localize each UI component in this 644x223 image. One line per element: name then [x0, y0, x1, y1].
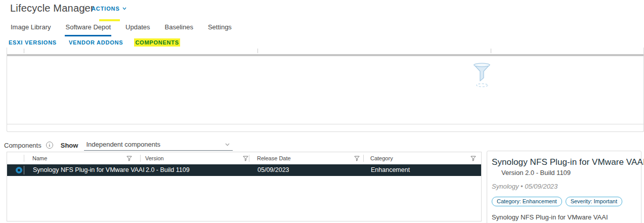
subtab-esxi-versions[interactable]: ESXI VERSIONS [8, 38, 58, 47]
components-table: Name Version Release Date Category Synol… [7, 152, 482, 221]
table-row-synology-nfs-plugin[interactable]: Synology NFS Plug-in for VMware VAAI 2.0… [7, 164, 481, 176]
column-separator [140, 155, 141, 162]
filter-icon[interactable] [243, 156, 248, 161]
details-badges: Category: Enhancement Severity: Importan… [492, 197, 636, 206]
tab-software-depot[interactable]: Software Depot [65, 22, 111, 36]
filter-icon[interactable] [126, 156, 132, 161]
column-header-version[interactable]: Version [145, 155, 164, 161]
subtab-components[interactable]: COMPONENTS [134, 38, 180, 47]
column-header-name[interactable]: Name [32, 155, 47, 161]
software-depot-subtabs: ESXI VERSIONS VENDOR ADDONS COMPONENTS [8, 38, 180, 47]
horizontal-scrollbar[interactable] [7, 54, 643, 56]
row-radio-selected[interactable] [16, 167, 22, 173]
search-highlight-artifact [99, 19, 120, 21]
details-vendor-date: Synology • 05/09/2023 [492, 183, 636, 190]
tab-baselines[interactable]: Baselines [164, 22, 194, 36]
column-separator [24, 49, 24, 53]
actions-menu-button[interactable]: ACTIONS [92, 6, 126, 12]
chevron-down-icon [122, 7, 126, 10]
info-icon[interactable]: i [46, 142, 53, 149]
tab-updates[interactable]: Updates [125, 22, 150, 36]
show-select-value: Independent components [86, 141, 160, 148]
tab-settings[interactable]: Settings [207, 22, 232, 36]
severity-badge: Severity: Important [566, 197, 622, 206]
components-label: Components [4, 142, 41, 149]
cell-release-date: 05/09/2023 [257, 166, 289, 173]
radio-dot [18, 169, 20, 171]
column-separator [363, 155, 364, 162]
details-version: Version 2.0 - Build 1109 [501, 169, 636, 176]
main-tabs: Image Library Software Depot Updates Bas… [10, 22, 232, 36]
filter-icon[interactable] [354, 156, 360, 161]
column-header-category[interactable]: Category [370, 155, 393, 161]
show-components-select[interactable]: Independent components [84, 140, 233, 151]
cell-category: Enhancement [371, 166, 410, 173]
title-divider [84, 5, 85, 13]
chevron-down-icon [225, 143, 230, 146]
component-details-card: Synology NFS Plug-in for VMware VAAI Ver… [487, 151, 641, 223]
filter-icon[interactable] [470, 156, 476, 161]
cell-version: 2.0 - Build 1109 [146, 166, 190, 173]
details-description: Synology NFS Plug-in for VMware VAAI [492, 213, 636, 221]
column-header-release-date[interactable]: Release Date [257, 155, 291, 161]
panel-footer-divider [7, 124, 643, 124]
page-title: Lifecycle Manager [10, 3, 94, 14]
details-title: Synology NFS Plug-in for VMware VAAI [492, 157, 636, 167]
upper-grid-panel [7, 48, 644, 132]
column-separator [491, 49, 491, 53]
show-label: Show [61, 142, 78, 149]
tab-image-library[interactable]: Image Library [10, 22, 51, 36]
cell-name: Synology NFS Plug-in for VMware VAAI [33, 166, 145, 173]
column-separator [24, 166, 24, 174]
column-separator [249, 155, 249, 162]
actions-label: ACTIONS [92, 6, 120, 12]
table-header-row: Name Version Release Date Category [7, 152, 481, 164]
column-separator [24, 155, 24, 162]
column-separator [257, 49, 258, 53]
components-bar: Components i Show Independent components [4, 140, 233, 151]
category-badge: Category: Enhancement [492, 197, 562, 206]
subtab-vendor-addons[interactable]: VENDOR ADDONS [68, 38, 124, 47]
lifecycle-manager-screen: Lifecycle Manager ACTIONS Image Library … [0, 0, 644, 223]
empty-filter-funnel-watermark [473, 63, 492, 88]
